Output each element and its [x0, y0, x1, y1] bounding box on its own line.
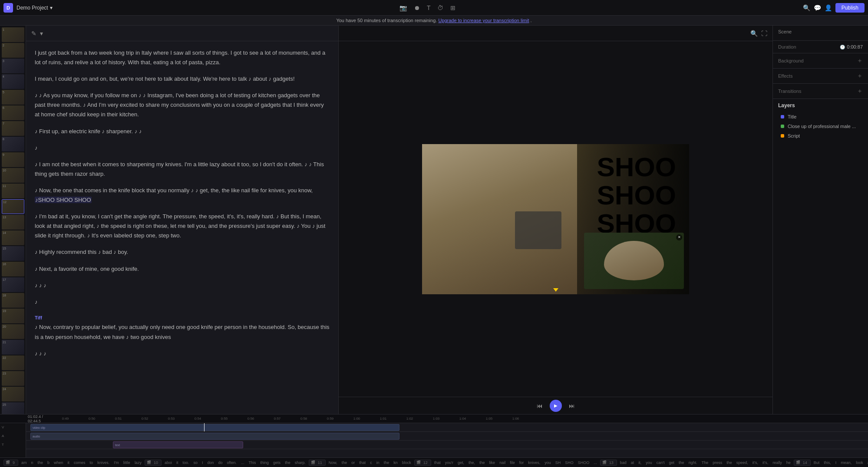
ruler-mark-10: 0:59	[317, 417, 343, 421]
caption-segment-9[interactable]: 🎬 9	[3, 460, 18, 466]
thumbnail-9[interactable]: 9	[2, 152, 24, 167]
transcript-para-7: ♪ Now, the one that comes in the knife b…	[35, 186, 330, 205]
thumbnail-16[interactable]: 16	[2, 262, 24, 276]
caption-word-55: can't	[655, 460, 666, 465]
transcript-para-14: ♪ ♪ ♪	[35, 349, 330, 358]
caption-word-8: to	[89, 460, 95, 465]
caption-segment-11[interactable]: 🎬 11	[309, 460, 326, 466]
caption-word-48: SHO	[564, 460, 575, 465]
caption-word-35: block	[401, 460, 413, 465]
thumbnail-6[interactable]: 6	[2, 105, 24, 120]
caption-word-18: don	[206, 460, 215, 465]
thumbnail-13[interactable]: 13	[2, 215, 24, 230]
caption-segment-14[interactable]: 🎬 14	[794, 460, 811, 466]
playhead[interactable]	[204, 423, 205, 431]
effects-add-icon[interactable]: ＋	[857, 72, 863, 80]
ruler-mark-15: 1:04	[449, 417, 476, 421]
thumbnail-1[interactable]: 1	[2, 27, 24, 42]
timeline-tracks[interactable]: video clip audio text	[26, 423, 868, 457]
segment-icon-10: 🎬	[147, 460, 151, 464]
caption-word-37: you'r	[444, 460, 455, 465]
prev-button[interactable]: ⏮	[537, 402, 543, 409]
caption-segment-10[interactable]: 🎬 10	[145, 460, 162, 466]
thumbnail-20[interactable]: 20	[2, 324, 24, 339]
next-button[interactable]: ⏭	[569, 402, 575, 409]
thumbnail-2[interactable]: 2	[2, 43, 24, 58]
caption-word-20: often.	[226, 460, 238, 465]
pip-close-button[interactable]: ✕	[676, 234, 682, 240]
thumbnail-8[interactable]: 8	[2, 137, 24, 151]
timer-icon[interactable]: ⏱	[437, 4, 443, 11]
duration-label: Duration	[778, 44, 796, 49]
caption-word-62: speed,	[735, 460, 749, 465]
thumbnail-22[interactable]: 22	[2, 355, 24, 370]
layer-item-script[interactable]: Script	[778, 131, 863, 141]
thumbnail-3[interactable]: 3	[2, 59, 24, 73]
chat-icon[interactable]: 💬	[814, 4, 821, 11]
text-icon[interactable]: T	[427, 4, 431, 11]
transcript-text-2: I mean, I could go on and on, but, we're…	[35, 74, 330, 84]
thumbnail-14[interactable]: 14	[2, 230, 24, 245]
thumbnail-19[interactable]: 19	[2, 309, 24, 323]
caption-word-32: in	[375, 460, 381, 465]
search-icon[interactable]: 🔍	[750, 30, 758, 37]
thumbnail-21[interactable]: 21	[2, 340, 24, 355]
search-icon[interactable]: 🔍	[803, 4, 810, 11]
transitions-add-icon[interactable]: ＋	[857, 87, 863, 95]
thumbnail-18[interactable]: 18	[2, 293, 24, 308]
caption-word-14: it	[175, 460, 180, 465]
layers-section: Layers Title Close up of professional ma…	[773, 99, 868, 414]
layer-item-title[interactable]: Title	[778, 112, 863, 122]
thumbnail-4[interactable]: 4	[2, 74, 24, 89]
segment-icon-12: 🎬	[416, 460, 421, 464]
text-clip[interactable]: text	[113, 441, 243, 448]
audio-clip[interactable]: audio	[30, 433, 399, 440]
caption-segment-13[interactable]: 🎬 13	[600, 460, 617, 466]
dropdown-icon[interactable]: ▾	[40, 30, 43, 37]
layer-item-clip[interactable]: Close up of professional male ...	[778, 122, 863, 131]
thumbnail-12[interactable]: 12	[2, 199, 24, 214]
edit-icon[interactable]: ✎	[31, 30, 36, 37]
play-button[interactable]: ▶	[550, 400, 562, 412]
caption-word-54: you	[644, 460, 653, 465]
publish-button[interactable]: Publish	[835, 3, 865, 13]
topbar-center: 📷 ⏺ T ⏱ ⊞	[56, 4, 799, 11]
duration-icon: 🕐	[840, 45, 845, 49]
transcript-text-12: ♪	[35, 297, 330, 307]
caption-word-33: the	[383, 460, 391, 465]
chevron-down-icon: ▾	[50, 5, 53, 11]
transcript-para-9: ♪ Highly recommend this ♪ bad ♪ boy.	[35, 247, 330, 257]
thumbnail-10[interactable]: 10	[2, 168, 24, 183]
project-name[interactable]: Demo Project ▾	[17, 5, 53, 11]
fullscreen-icon[interactable]: ⛶	[761, 30, 767, 37]
caption-word-17: I	[201, 460, 205, 465]
thumbnail-25[interactable]: 25	[2, 402, 24, 414]
caption-word-46: you	[543, 460, 552, 465]
caption-segment-12[interactable]: 🎬 12	[414, 460, 431, 466]
transcript-text-9: ♪ Highly recommend this ♪ bad ♪ boy.	[35, 247, 330, 257]
caption-word-71: look	[855, 460, 865, 465]
caption-word-29: or	[350, 460, 356, 465]
caption-word-6: it	[66, 460, 71, 465]
record-icon[interactable]: ⏺	[414, 4, 420, 11]
user-icon[interactable]: 👤	[825, 4, 832, 11]
thumbnail-17[interactable]: 17	[2, 277, 24, 292]
upgrade-link[interactable]: Upgrade to increase your transcription l…	[438, 18, 529, 23]
caption-word-21: ...	[240, 460, 246, 465]
caption-word-22: This	[248, 460, 257, 465]
thumbnail-5[interactable]: 5	[2, 90, 24, 105]
background-add-icon[interactable]: ＋	[857, 57, 863, 65]
thumbnail-24[interactable]: 24	[2, 387, 24, 401]
caption-word-51: bad	[619, 460, 628, 465]
camera-icon[interactable]: 📷	[399, 4, 407, 11]
video-clip[interactable]: video clip	[30, 424, 399, 431]
thumbnail-15[interactable]: 15	[2, 246, 24, 261]
caption-word-38: get,	[456, 460, 465, 465]
grid-icon[interactable]: ⊞	[450, 4, 455, 11]
caption-word-59: The	[700, 460, 710, 465]
caption-word-30: that	[358, 460, 367, 465]
thumbnail-23[interactable]: 23	[2, 371, 24, 386]
thumbnail-11[interactable]: 11	[2, 184, 24, 198]
thumbnail-7[interactable]: 7	[2, 121, 24, 136]
transcript-text-10: ♪ Next, a favorite of mine, one good kni…	[35, 264, 330, 274]
